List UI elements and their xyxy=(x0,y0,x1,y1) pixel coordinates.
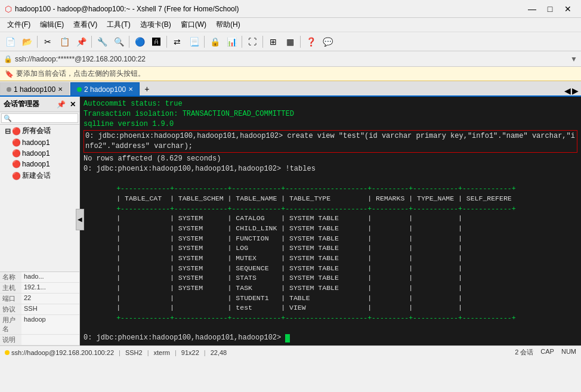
menu-tab[interactable]: 选项卡(B) xyxy=(135,18,176,31)
term-line-1: Autocommit status: true xyxy=(84,99,577,109)
tab-add-button[interactable]: + xyxy=(141,82,153,95)
tab-1[interactable]: 1 hadoop100 ✕ xyxy=(0,82,69,95)
status-sep-2: | xyxy=(147,349,149,356)
menu-window[interactable]: 窗口(W) xyxy=(176,18,211,31)
tree-node-hadoop1[interactable]: 🔴 hadoop1 xyxy=(0,137,79,148)
toolbar-layout[interactable]: ▦ xyxy=(282,35,298,49)
tree-hadoop3-label: hadoop1 xyxy=(22,160,50,168)
tree-hadoop2-icon: 🔴 xyxy=(12,149,21,158)
lock-icon: 🔒 xyxy=(4,55,13,63)
menu-edit[interactable]: 编辑(E) xyxy=(35,18,69,31)
toolbar-monitor[interactable]: 📊 xyxy=(224,35,239,49)
session-header: 会话管理器 📌 ✕ xyxy=(0,97,79,112)
toolbar: 📄 📂 ✂ 📋 📌 🔧 🔍 🔵 🅰 ⇄ 📃 🔒 📊 ⛶ ⊞ ▦ ❓ 💬 xyxy=(0,32,581,51)
title-controls: — □ ✕ xyxy=(524,3,576,15)
table-row-3: | | SYSTEM | LOG | SYSTEM TABLE | | | xyxy=(116,244,462,252)
menu-file[interactable]: 文件(F) xyxy=(2,18,35,31)
collapse-handle[interactable]: ◀ xyxy=(76,209,84,230)
toolbar-grid[interactable]: ⊞ xyxy=(265,35,281,49)
app-icon: ⬡ xyxy=(5,4,12,14)
db-table: +------------+-------------+------------… xyxy=(84,174,577,334)
info-bar: 🔖 要添加当前会话，点击左侧的箭头按钮。 xyxy=(0,67,581,81)
toolbar-paste[interactable]: 📌 xyxy=(73,35,89,49)
toolbar-sep-5 xyxy=(204,36,205,48)
tab-bar: 1 hadoop100 ✕ 2 hadoop100 ✕ + ◀ ▶ xyxy=(0,81,581,97)
terminal-area[interactable]: Autocommit status: true Transaction isol… xyxy=(80,97,581,345)
prop-row-note: 说明 xyxy=(0,335,79,345)
prop-row-name: 名称 hado... xyxy=(0,272,79,283)
tab-2-dot xyxy=(77,87,82,92)
toolbar-new[interactable]: 📄 xyxy=(2,35,18,49)
toolbar-help[interactable]: ❓ xyxy=(303,35,319,49)
status-bar: ssh://hadoop@192.168.200.100:22 | SSH2 |… xyxy=(0,345,581,359)
toolbar-sep-7 xyxy=(262,36,263,48)
tree-node-new-session[interactable]: 🔴 新建会话 xyxy=(0,169,79,182)
address-text: ssh://hadoop:******@192.168.200.100:22 xyxy=(15,55,568,63)
status-sep-1: | xyxy=(119,349,120,356)
toolbar-transfer[interactable]: ⇄ xyxy=(169,35,185,49)
maximize-button[interactable]: □ xyxy=(542,3,558,15)
toolbar-connect[interactable]: 🔵 xyxy=(132,35,147,49)
tree-node-hadoop2[interactable]: 🔴 hadoop1 xyxy=(0,148,79,159)
toolbar-sep-6 xyxy=(242,36,242,48)
status-sep-3: | xyxy=(175,349,177,356)
status-sessions: 2 会话 xyxy=(515,348,533,357)
tree-node-hadoop3[interactable]: 🔴 hadoop1 xyxy=(0,159,79,169)
table-header-border: +------------+-------------+------------… xyxy=(116,205,515,212)
toolbar-sep-4 xyxy=(166,36,167,48)
toolbar-properties[interactable]: 🔧 xyxy=(94,35,110,49)
close-button[interactable]: ✕ xyxy=(560,3,576,15)
tree-hadoop3-icon: 🔴 xyxy=(12,160,21,168)
prop-value-protocol: SSH xyxy=(21,304,79,314)
session-close-icon[interactable]: ✕ xyxy=(70,100,76,109)
toolbar-script[interactable]: 📃 xyxy=(186,35,202,49)
toolbar-search[interactable]: 🔍 xyxy=(111,35,126,49)
sql-command-text: 0: jdbc:phoenix:hadoop100,hadoop101,hado… xyxy=(84,131,577,152)
content-area: 1 hadoop100 ✕ 2 hadoop100 ✕ + ◀ ▶ 会话管理器 … xyxy=(0,81,581,345)
toolbar-cut[interactable]: ✂ xyxy=(40,35,55,49)
status-right: 2 会话 CAP NUM xyxy=(515,348,576,357)
toolbar-sep-2 xyxy=(91,36,92,48)
sql-command-box: 0: jdbc:phoenix:hadoop100,hadoop101,hado… xyxy=(84,130,577,153)
prop-label-port: 端口 xyxy=(0,294,21,304)
toolbar-lock[interactable]: 🔒 xyxy=(207,35,222,49)
table-bottom-border: +------------+-------------+------------… xyxy=(116,314,515,322)
address-arrow[interactable]: ▼ xyxy=(570,55,577,63)
toolbar-expand[interactable]: ⛶ xyxy=(245,35,260,49)
toolbar-color[interactable]: 🅰 xyxy=(149,35,164,49)
prop-row-username: 用户名 hadoop xyxy=(0,315,79,335)
tab-next-button[interactable]: ▶ xyxy=(572,86,579,95)
tab-prev-button[interactable]: ◀ xyxy=(564,86,571,95)
prop-row-host: 主机 192.1... xyxy=(0,283,79,294)
table-row-6: | | SYSTEM | STATS | SYSTEM TABLE | | | xyxy=(116,274,462,282)
toolbar-chat[interactable]: 💬 xyxy=(320,35,335,49)
prop-value-name: hado... xyxy=(21,272,79,282)
terminal-prompt-line: 0: jdbc:phoenix:hadoop100,hadoop101,hado… xyxy=(84,333,577,343)
toolbar-copy[interactable]: 📋 xyxy=(57,35,72,49)
status-ssh-dot xyxy=(5,350,10,355)
table-top-border: +------------+-------------+------------… xyxy=(116,184,515,192)
tab-2-close[interactable]: ✕ xyxy=(128,86,133,92)
menu-tools[interactable]: 工具(T) xyxy=(102,18,135,31)
tree-hadoop1-icon: 🔴 xyxy=(12,138,21,147)
session-search-input[interactable] xyxy=(1,113,78,123)
toolbar-open[interactable]: 📂 xyxy=(19,35,35,49)
status-term: xterm xyxy=(154,349,171,356)
tab-1-close[interactable]: ✕ xyxy=(58,86,63,92)
tab-nav: ◀ ▶ xyxy=(564,86,581,95)
tree-node-all-sessions[interactable]: ⊟ 🔴 所有会话 xyxy=(0,125,79,137)
left-panel: 会话管理器 📌 ✕ ⊟ 🔴 所有会话 🔴 hadoop1 xyxy=(0,97,80,345)
tab-2[interactable]: 2 hadoop100 ✕ xyxy=(70,82,140,95)
status-caps: CAP xyxy=(540,348,554,357)
menu-view[interactable]: 查看(V) xyxy=(69,18,102,31)
tree-expand-icon: ⊟ xyxy=(5,127,11,135)
properties-panel: 名称 hado... 主机 192.1... 端口 22 协议 SSH 用户名 xyxy=(0,271,79,345)
toolbar-sep-3 xyxy=(129,36,129,48)
status-num: NUM xyxy=(561,348,576,357)
minimize-button[interactable]: — xyxy=(524,3,540,15)
table-header-row: | TABLE_CAT | TABLE_SCHEM | TABLE_NAME |… xyxy=(116,195,512,202)
table-row-0: | | SYSTEM | CATALOG | SYSTEM TABLE | | … xyxy=(116,214,462,222)
menu-help[interactable]: 帮助(H) xyxy=(211,18,245,31)
tab-2-label: 2 hadoop100 xyxy=(84,85,126,94)
session-pin-icon[interactable]: 📌 xyxy=(57,100,66,109)
